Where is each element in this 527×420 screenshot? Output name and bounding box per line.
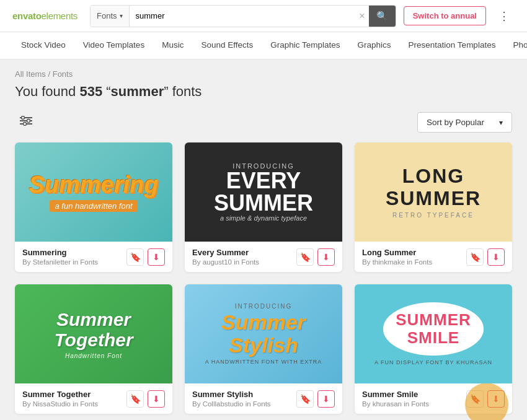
bookmark-icon: 🔖 [300,394,311,404]
preview-main: LONGSUMMER [386,165,481,209]
card-title: Summer Stylish [192,390,296,399]
bookmark-button[interactable]: 🔖 [126,248,144,266]
card-title: Summer Smile [362,390,466,399]
logo-envato: envato [12,11,42,21]
card-title: Summering [22,248,126,257]
preview-sub: RETRO TYPEFACE [392,212,474,219]
card-longsummer: LONGSUMMER RETRO TYPEFACE Long Summer By… [355,142,512,272]
font-grid: Summering a fun handwritten font Summeri… [15,142,512,414]
card-preview-summerstylish: INTRODUCING SummerStylish A HANDWRITTEN … [185,284,342,383]
nav-item-video-templates[interactable]: Video Templates [74,32,153,59]
download-button[interactable]: ⬇ [148,390,165,408]
filter-icon [20,116,32,128]
preview-main: SUMMERSMILE [396,311,471,346]
card-title: Long Summer [362,248,466,257]
search-filter-dropdown[interactable]: Fonts ▾ [91,6,130,27]
nav-item-graphic-templates[interactable]: Graphic Templates [262,32,348,59]
card-info: Every Summer By august10 in Fonts [192,248,296,266]
card-author: By Colllabstudio in Fonts [192,400,296,408]
card-info: Long Summer By thinkmake in Fonts [362,248,466,266]
card-preview-summertogether: SummerTogether Handwritten Font [15,284,172,383]
card-author: By Stefaniletter in Fonts [22,258,126,266]
download-button[interactable]: ⬇ [487,248,505,266]
preview-main: SummerStylish [221,311,306,357]
preview-main: SummerTogether [54,309,133,350]
result-count: 535 [79,84,102,99]
svg-point-3 [22,116,25,120]
nav-item-stock-video[interactable]: Stock Video [12,32,74,59]
filter-button[interactable] [15,112,37,133]
search-input[interactable] [130,6,356,27]
more-options-button[interactable]: ⋮ [494,7,515,25]
logo-text: envatoelements [12,11,78,21]
download-button[interactable]: ⬇ [148,248,165,266]
card-preview-summersmile: SUMMERSMILE A FUN DISPLAY FONT BY KHURAS… [355,284,512,383]
chevron-down-icon: ▾ [120,12,123,19]
preview-intro: INTRODUCING [235,303,293,310]
card-author: By thinkmake in Fonts [362,258,466,266]
switch-annual-button[interactable]: Switch to annual [404,6,486,25]
sort-dropdown[interactable]: Sort by Popular ▾ [417,112,512,133]
bookmark-icon: 🔖 [300,252,311,262]
card-actions: 🔖 ⬇ [126,248,165,266]
main-content: All Items / Fonts You found 535 “summer”… [0,59,527,420]
download-icon: ⬇ [322,394,330,404]
main-nav: Stock Video Video Templates Music Sound … [0,32,527,59]
card-actions: 🔖 ⬇ [296,390,335,408]
nav-item-music[interactable]: Music [153,32,192,59]
card-body: Summering By Stefaniletter in Fonts 🔖 ⬇ [15,242,172,272]
download-icon: ⬇ [492,252,500,262]
nav-item-sound-effects[interactable]: Sound Effects [192,32,262,59]
header: envatoelements Fonts ▾ × 🔍 Switch to ann… [0,0,527,32]
logo: envatoelements [12,11,78,21]
card-info: Summering By Stefaniletter in Fonts [22,248,126,266]
svg-point-4 [27,120,30,123]
search-button[interactable]: 🔍 [369,6,396,27]
card-summertogether: SummerTogether Handwritten Font Summer T… [15,284,172,414]
download-button[interactable]: ⬇ [317,248,335,266]
card-preview-longsummer: LONGSUMMER RETRO TYPEFACE [355,142,512,242]
bookmark-icon: 🔖 [470,252,480,262]
card-actions: 🔖 ⬇ [126,390,165,408]
preview-sub: a simple & dynamic typeface [220,214,307,222]
card-author: By khurasan in Fonts [362,400,466,408]
breadcrumb-separator: / [48,69,52,79]
nav-item-graphics[interactable]: Graphics [349,32,400,59]
result-query: summer [111,84,164,99]
download-button[interactable]: ⬇ [317,390,335,408]
search-filter-label: Fonts [97,11,117,20]
card-body: Long Summer By thinkmake in Fonts 🔖 ⬇ [355,242,512,272]
sort-label: Sort by Popular [427,118,484,127]
bookmark-icon: 🔖 [130,394,141,404]
preview-main: EVERYSUMMER [214,170,313,214]
bookmark-button[interactable]: 🔖 [466,248,484,266]
breadcrumb-current: Fonts [53,69,73,79]
card-author: By NissaStudio in Fonts [22,400,126,408]
chevron-down-icon: ▾ [499,118,503,127]
card-title: Every Summer [192,248,296,257]
search-bar: Fonts ▾ × 🔍 [90,5,396,27]
card-summerstylish: INTRODUCING SummerStylish A HANDWRITTEN … [185,284,342,414]
card-author: By august10 in Fonts [192,258,296,266]
search-icon: 🔍 [376,11,388,21]
breadcrumb-all-items[interactable]: All Items [15,69,46,79]
nav-item-presentation-templates[interactable]: Presentation Templates [400,32,505,59]
bookmark-button[interactable]: 🔖 [296,248,314,266]
download-icon: ⬇ [322,252,330,262]
result-title: You found 535 “summer” fonts [15,84,512,100]
bookmark-icon: 🔖 [130,252,141,262]
card-body: Summer Stylish By Colllabstudio in Fonts… [185,383,342,414]
bookmark-button[interactable]: 🔖 [296,390,314,408]
card-title: Summer Together [22,390,126,399]
preview-subtitle: a fun handwritten font [50,200,137,212]
card-summering: Summering a fun handwritten font Summeri… [15,142,172,272]
card-info: Summer Together By NissaStudio in Fonts [22,390,126,408]
nav-item-photos[interactable]: Photos [504,32,527,59]
card-actions: 🔖 ⬇ [466,248,505,266]
card-preview-summering: Summering a fun handwritten font [15,142,172,242]
download-icon: ⬇ [153,394,160,404]
search-clear-button[interactable]: × [355,11,368,22]
preview-sub: Handwritten Font [65,352,122,359]
breadcrumb: All Items / Fonts [15,69,512,79]
bookmark-button[interactable]: 🔖 [126,390,144,408]
